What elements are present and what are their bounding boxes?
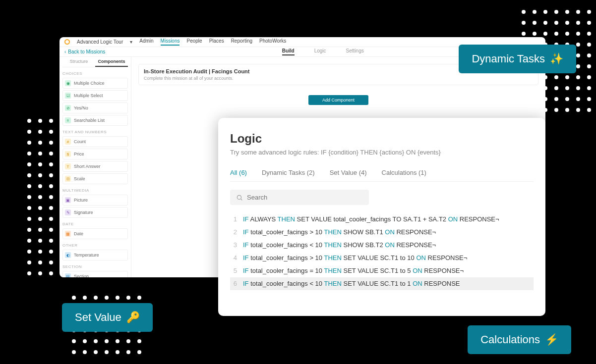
component-label: Searchable List [74,118,105,123]
logic-title: Logic [230,132,534,146]
chevron-left-icon: ‹ [64,49,66,54]
svg-point-0 [237,195,241,199]
component-label: Price [74,152,84,156]
component-yes/no[interactable]: ⊘Yes/No [62,103,128,113]
line-number: 4 [230,252,243,264]
sparkle-icon: ✨ [550,52,563,65]
code-line[interactable]: 5IF total_cooler_facings = 10 THEN SET V… [230,264,534,277]
center-tab-logic[interactable]: Logic [314,48,326,55]
component-icon: ⊟ [65,176,71,182]
code-line[interactable]: 1IF ALWAYS THEN SET VALUE total_cooler_f… [230,213,534,226]
component-label: Temperature [74,253,99,258]
nav-missions[interactable]: Missions [161,38,180,46]
logic-code: 1IF ALWAYS THEN SET VALUE total_cooler_f… [230,213,534,290]
component-label: Multiple Choice [74,81,105,86]
center-tab-build[interactable]: Build [282,48,295,55]
component-label: Signature [74,210,93,215]
section-title: MULTIMEDIA [62,188,128,193]
svg-line-1 [241,199,242,200]
logic-tab[interactable]: Dynamic Tasks (2) [262,169,315,176]
component-label: Yes/No [74,105,88,110]
center-tab-settings[interactable]: Settings [346,48,364,55]
nav-admin[interactable]: Admin [139,38,153,46]
code-line[interactable]: 6IF total_cooler_facings < 10 THEN SET V… [230,277,534,290]
code-line[interactable]: 2IF total_cooler_facings > 10 THEN SHOW … [230,226,534,239]
logic-subtitle: Try some advanced logic rules: IF {condi… [230,149,534,156]
back-link[interactable]: Back to Missions [68,49,105,54]
nav-photoworks[interactable]: PhotoWorks [259,38,286,46]
tab-structure[interactable]: Structure [62,57,95,67]
component-signature[interactable]: ✎Signature [62,207,128,218]
nav-people[interactable]: People [186,38,202,46]
component-icon: $ [65,151,71,157]
component-icon: ⊘ [65,105,71,111]
component-label: Date [74,231,83,236]
code-line[interactable]: 4IF total_cooler_facings > 10 THEN SET V… [230,252,534,264]
component-date[interactable]: ▦Date [62,228,128,239]
component-icon: ≡ [65,117,71,123]
component-section[interactable]: ▤Section [62,271,128,277]
logic-panel: Logic Try some advanced logic rules: IF … [218,118,545,316]
badge-calculations: Calculations ⚡ [468,325,571,354]
component-icon: ▤ [65,273,71,277]
chevron-down-icon: ▾ [130,39,132,45]
nav-places[interactable]: Places [209,38,224,46]
component-label: Section [74,274,89,277]
logo-icon [64,39,70,45]
line-number: 6 [230,277,243,290]
section-title: DATE [62,222,128,226]
component-scale[interactable]: ⊟Scale [62,173,128,184]
search-icon [236,194,243,201]
component-temperature[interactable]: ◐Temperature [62,250,128,260]
component-short-answer[interactable]: TShort Answer [62,161,128,172]
component-icon: ▣ [65,197,71,203]
component-icon: ✎ [65,209,71,215]
component-label: Multiple Select [74,93,103,98]
tab-components[interactable]: Components [95,57,128,67]
nav-reporting[interactable]: Reporting [231,38,252,46]
component-price[interactable]: $Price [62,149,128,159]
component-label: Scale [74,176,85,181]
lightning-icon: ⚡ [545,333,558,346]
component-multiple-choice[interactable]: ◉Multiple Choice [62,78,128,89]
component-count[interactable]: #Count [62,136,128,147]
component-icon: ◉ [65,80,71,86]
logic-tab[interactable]: Calculations (1) [382,169,426,176]
section-title: OTHER [62,243,128,248]
component-icon: T [65,163,71,169]
key-icon: 🔑 [126,311,140,324]
section-title: TEXT AND NUMBERS [62,130,128,134]
component-label: Picture [74,198,88,203]
component-searchable-list[interactable]: ≡Searchable List [62,115,128,126]
line-number: 1 [230,213,243,226]
search-box[interactable] [230,190,369,205]
badge-set-value: Set Value 🔑 [62,303,153,332]
section-title: SECTION [62,264,128,269]
component-label: Count [74,139,86,144]
component-label: Short Answer [74,164,101,169]
badge-dynamic-tasks: Dynamic Tasks ✨ [459,45,576,73]
component-icon: # [65,139,71,145]
component-icon: ▦ [65,231,71,237]
component-picture[interactable]: ▣Picture [62,195,128,206]
brand-dropdown[interactable]: Advanced Logic Tour [77,39,123,45]
component-multiple-select[interactable]: ☑Multiple Select [62,90,128,101]
logic-tab[interactable]: Set Value (4) [330,169,367,176]
section-title: CHOICES [62,71,128,76]
add-component-button[interactable]: Add Component [308,95,368,105]
component-sidebar: Structure Components CHOICES◉Multiple Ch… [60,57,131,277]
component-icon: ◐ [65,252,71,258]
line-number: 2 [230,226,243,239]
mission-subtitle: Complete this mission at all of your acc… [144,76,533,81]
line-number: 5 [230,264,243,277]
line-number: 3 [230,239,243,252]
component-icon: ☑ [65,93,71,99]
search-input[interactable] [247,194,363,201]
code-line[interactable]: 3IF total_cooler_facings < 10 THEN SHOW … [230,239,534,252]
logic-tab[interactable]: All (6) [230,169,247,176]
